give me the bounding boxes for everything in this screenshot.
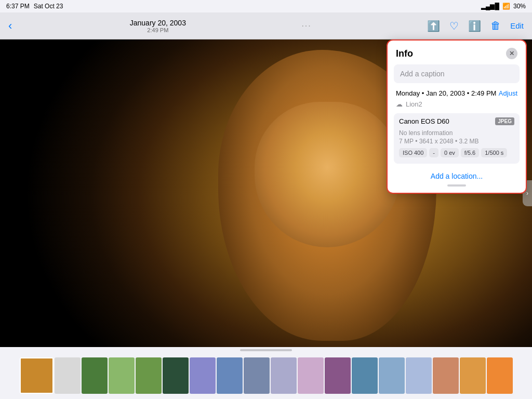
edit-button[interactable]: Edit — [510, 21, 524, 30]
thumbnail-item[interactable] — [406, 357, 432, 394]
share-icon[interactable]: ⬆️ — [427, 20, 440, 32]
format-badge: JPEG — [495, 117, 514, 125]
lens-info: No lens information — [399, 129, 514, 137]
more-options-button[interactable]: ··· — [301, 21, 311, 31]
camera-header: Canon EOS D60 JPEG — [394, 113, 520, 129]
camera-model: Canon EOS D60 — [399, 117, 449, 125]
thumbnail-item[interactable] — [217, 357, 243, 394]
drag-indicator — [388, 182, 526, 187]
chevron-right-icon: › — [526, 190, 528, 197]
dash-value: - — [429, 148, 438, 157]
info-panel-header: Info ✕ — [388, 41, 526, 64]
top-toolbar: ‹ January 20, 2003 2:49 PM ··· ⬆️ ♡ ℹ️ 🗑… — [0, 12, 532, 39]
battery-label: 30% — [513, 3, 526, 10]
thumbnail-item[interactable] — [20, 357, 54, 394]
shutter-value: 1/500 s — [481, 148, 507, 157]
toolbar-left: ‹ — [8, 19, 14, 33]
adjust-date-button[interactable]: Adjust — [499, 89, 517, 97]
info-panel: Info ✕ Add a caption Monday • Jan 20, 20… — [387, 39, 527, 194]
info-icon[interactable]: ℹ️ — [468, 20, 481, 32]
thumbnail-strip — [0, 347, 532, 399]
camera-settings-row: ISO 400 - 0 ev f/5.6 1/500 s — [399, 148, 514, 162]
thumbnail-item[interactable] — [325, 357, 351, 394]
drag-bar — [447, 184, 466, 187]
photo-time-subtitle: 2:49 PM — [147, 27, 168, 33]
photo-date-title: January 20, 2003 — [130, 19, 186, 27]
status-left: 6:37 PM Sat Oct 23 — [6, 3, 63, 10]
thumbnail-item[interactable] — [379, 357, 405, 394]
camera-info-card: Canon EOS D60 JPEG No lens information 7… — [394, 113, 520, 164]
time-label: 6:37 PM — [6, 3, 30, 10]
file-meta: 7 MP • 3641 x 2048 • 3.2 MB — [399, 138, 514, 145]
thumbnail-item[interactable] — [163, 357, 189, 394]
thumbnail-item[interactable] — [352, 357, 378, 394]
info-title: Info — [396, 48, 413, 59]
camera-details: No lens information 7 MP • 3641 x 2048 •… — [394, 129, 520, 164]
caption-input[interactable]: Add a caption — [394, 64, 520, 83]
thumbnail-item[interactable] — [460, 357, 486, 394]
signal-icon: ▂▄▆█ — [481, 3, 499, 10]
thumbnail-item[interactable] — [55, 357, 81, 394]
lion-face — [255, 102, 400, 247]
thumbnail-item[interactable] — [136, 357, 162, 394]
iso-value: ISO 400 — [399, 148, 427, 157]
strip-scroll-indicator — [0, 347, 532, 352]
thumbnail-item[interactable] — [244, 357, 270, 394]
back-button[interactable]: ‹ — [8, 19, 12, 33]
status-right: ▂▄▆█ 📶 30% — [481, 3, 526, 10]
toolbar-center: January 20, 2003 2:49 PM — [130, 19, 186, 33]
date-label: Sat Oct 23 — [34, 3, 63, 10]
delete-icon[interactable]: 🗑 — [490, 20, 501, 32]
aperture-value: f/5.6 — [461, 148, 479, 157]
info-close-button[interactable]: ✕ — [506, 48, 517, 59]
thumbnails-container — [0, 352, 532, 399]
thumbnail-item[interactable] — [82, 357, 108, 394]
album-name: Lion2 — [406, 100, 422, 108]
cloud-icon: ☁ — [396, 100, 403, 108]
add-location-button[interactable]: Add a location... — [388, 168, 526, 182]
thumbnail-item[interactable] — [271, 357, 297, 394]
thumbnail-item[interactable] — [298, 357, 324, 394]
photo-date-text: Monday • Jan 20, 2003 • 2:49 PM — [396, 89, 496, 97]
favorite-icon[interactable]: ♡ — [449, 20, 459, 32]
status-bar: 6:37 PM Sat Oct 23 ▂▄▆█ 📶 30% — [0, 0, 532, 12]
date-row: Monday • Jan 20, 2003 • 2:49 PM Adjust — [388, 89, 526, 99]
strip-bar — [240, 349, 292, 351]
thumbnail-item[interactable] — [109, 357, 135, 394]
thumbnail-item[interactable] — [190, 357, 216, 394]
thumbnail-item[interactable] — [433, 357, 459, 394]
location-row: ☁ Lion2 — [388, 99, 526, 113]
ev-value: 0 ev — [441, 148, 459, 157]
thumbnail-item[interactable] — [487, 357, 513, 394]
toolbar-right: ⬆️ ♡ ℹ️ 🗑 Edit — [427, 20, 524, 32]
wifi-icon: 📶 — [502, 3, 510, 10]
